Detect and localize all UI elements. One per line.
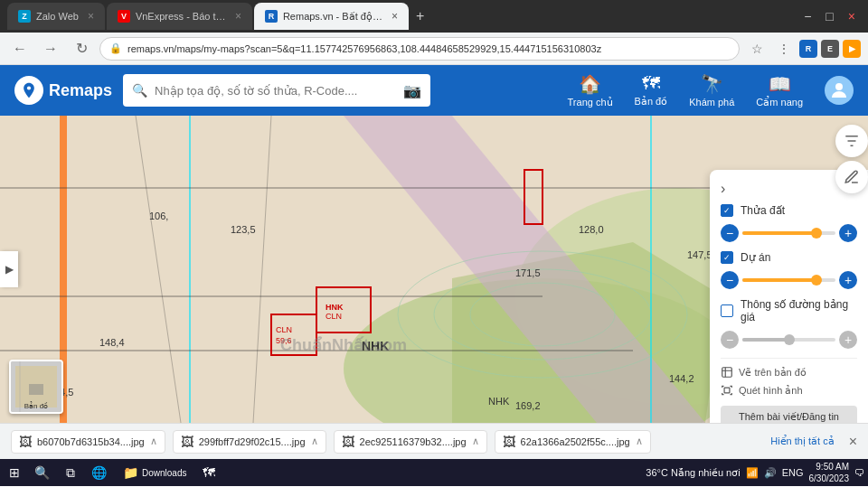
- filter-label-price: Thông số đường bảng giá: [741, 298, 857, 323]
- scan-image-label: Quét hình ảnh: [739, 385, 803, 397]
- slider-parcel-plus[interactable]: +: [839, 224, 857, 242]
- filter-toggle-button[interactable]: [835, 125, 868, 157]
- slider-price: − +: [721, 331, 857, 349]
- camera-icon[interactable]: 📷: [403, 82, 421, 99]
- taskbar-lang[interactable]: ENG: [782, 467, 804, 478]
- nav-home[interactable]: 🏠 Trang chủ: [568, 73, 613, 108]
- download-item-1[interactable]: 🖼 b6070b7d6315b34....jpg ∧: [11, 430, 165, 454]
- checkbox-project[interactable]: [721, 251, 733, 264]
- address-box[interactable]: 🔒 remaps.vn/maps/my-maps?scan=5&q=11.157…: [99, 37, 740, 61]
- browser-menu-button[interactable]: ⋮: [772, 37, 796, 61]
- taskbar-tray: 36°C Nắng nhiều nơi 📶 🔊 ENG 9:50 AM 6/30…: [646, 461, 864, 484]
- remaps-header: Remaps 🔍 📷 🏠 Trang chủ 🗺 Bản đồ 🔭 Khám p…: [0, 65, 868, 116]
- taskbar-edge[interactable]: 🌐: [84, 464, 114, 482]
- minimap-label: Bản đồ: [11, 402, 61, 410]
- slider-parcel: − +: [721, 224, 857, 242]
- dl-arrow-2: ∧: [311, 435, 318, 447]
- taskbar-notification-icon[interactable]: 🗨: [854, 467, 864, 478]
- edit-icon: [844, 169, 860, 185]
- svg-point-2: [835, 83, 843, 90]
- tab-favicon-vnexpress: V: [118, 10, 130, 23]
- slider-parcel-minus[interactable]: −: [721, 224, 739, 242]
- taskbar-volume-icon: 🔊: [764, 467, 777, 479]
- nav-explore[interactable]: 🔭 Khám phá: [689, 73, 734, 108]
- lock-icon: 🔒: [109, 42, 122, 54]
- taskbar-wifi-icon: 📶: [746, 467, 759, 479]
- reload-button[interactable]: ↻: [69, 36, 94, 61]
- download-bar: 🖼 b6070b7d6315b34....jpg ∧ 🖼 299fbff7d29…: [0, 423, 868, 459]
- svg-text:128,0: 128,0: [579, 224, 604, 235]
- close-download-bar-button[interactable]: ×: [849, 434, 857, 450]
- slider-project-thumb: [811, 275, 822, 286]
- file-icon-4: 🖼: [503, 435, 515, 449]
- tab-close-remaps[interactable]: ×: [392, 10, 398, 23]
- filter-icon: [844, 133, 860, 149]
- search-input[interactable]: [155, 84, 396, 98]
- filter-scan-image[interactable]: Quét hình ảnh: [721, 384, 857, 397]
- taskbar-remaps-app[interactable]: 🗺: [195, 464, 222, 482]
- minimap[interactable]: Bản đồ: [9, 360, 63, 414]
- avatar-icon: [828, 80, 850, 101]
- back-button[interactable]: ←: [7, 36, 33, 61]
- taskbar-search-icon: 🔍: [34, 465, 50, 480]
- search-box[interactable]: 🔍 📷: [123, 74, 430, 107]
- download-item-2[interactable]: 🖼 299fbff7d29f02c15....jpg ∧: [173, 430, 326, 454]
- svg-text:148,4: 148,4: [99, 337, 125, 348]
- dl-arrow-3: ∧: [472, 435, 479, 447]
- slider-project-track[interactable]: [742, 278, 835, 282]
- checkbox-price[interactable]: [721, 304, 733, 317]
- checkbox-parcel[interactable]: [721, 204, 733, 217]
- tab-vnexpress[interactable]: V VnExpress - Báo tiếng Việt nhi... ×: [107, 3, 252, 30]
- start-button[interactable]: ⊞: [4, 464, 25, 482]
- browser-window-controls: − □ ×: [798, 7, 861, 25]
- taskbar-explorer[interactable]: 📁 Downloads: [116, 464, 193, 482]
- nav-map[interactable]: 🗺 Bản đồ: [635, 73, 668, 108]
- svg-text:106,: 106,: [149, 211, 168, 221]
- remaps-logo-icon: [14, 76, 43, 105]
- tab-remaps[interactable]: R Remaps.vn - Bất động sản thật ×: [254, 3, 409, 30]
- remaps-extension-icon[interactable]: R: [799, 40, 817, 58]
- download-item-3[interactable]: 🖼 2ec925116379b32....jpg ∧: [334, 430, 487, 454]
- svg-text:CLN: CLN: [326, 312, 342, 321]
- tab-close-vnexpress[interactable]: ×: [235, 10, 241, 23]
- show-all-downloads-button[interactable]: Hiển thị tất cả: [770, 435, 834, 447]
- map-container: HNK CLN CLN 59,6 123,5 106, 04,5 128,0 1…: [0, 116, 868, 423]
- slider-project-plus[interactable]: +: [839, 271, 857, 289]
- close-button[interactable]: ×: [843, 7, 861, 25]
- nav-home-label: Trang chủ: [568, 97, 613, 108]
- remaps-logo: Remaps: [14, 76, 112, 105]
- svg-text:NHK: NHK: [488, 396, 510, 407]
- new-tab-button[interactable]: +: [410, 5, 429, 28]
- map-edit-button[interactable]: [835, 161, 868, 193]
- minimize-button[interactable]: −: [798, 7, 816, 25]
- download-item-4[interactable]: 🖼 62a1366a2502f55c....jpg ∧: [495, 430, 651, 454]
- add-post-button[interactable]: Thêm bài viết/Đăng tin: [721, 406, 857, 423]
- ext-icon-1[interactable]: E: [821, 40, 839, 58]
- restore-button[interactable]: □: [820, 7, 838, 25]
- downloads-label: Downloads: [142, 468, 186, 478]
- svg-text:169,2: 169,2: [515, 400, 541, 411]
- forward-button[interactable]: →: [38, 36, 63, 61]
- ext-icon-2[interactable]: ▶: [843, 40, 861, 58]
- draw-map-icon: [721, 366, 733, 379]
- tab-zalo[interactable]: Z Zalo Web ×: [7, 3, 105, 30]
- tab-close-zalo[interactable]: ×: [88, 10, 94, 23]
- filter-draw-map[interactable]: Vẽ trên bản đồ: [721, 366, 857, 379]
- slider-price-fill: [742, 338, 789, 342]
- taskbar-task-view[interactable]: ⧉: [59, 464, 82, 482]
- slider-price-plus: +: [839, 331, 857, 349]
- tab-label-remaps: Remaps.vn - Bất động sản thật: [283, 11, 382, 23]
- map-left-expand-button[interactable]: ▶: [0, 251, 18, 287]
- filter-row-project: Dự án: [721, 251, 857, 264]
- slider-parcel-track[interactable]: [742, 231, 835, 235]
- bookmark-button[interactable]: ☆: [745, 37, 769, 61]
- taskbar-search[interactable]: 🔍: [27, 464, 57, 482]
- dl-arrow-4: ∧: [636, 435, 643, 447]
- nav-guide[interactable]: 📖 Cẩm nang: [756, 73, 803, 108]
- filter-collapse-button[interactable]: ›: [721, 181, 725, 197]
- slider-project-minus[interactable]: −: [721, 271, 739, 289]
- guide-icon: 📖: [769, 73, 791, 95]
- taskbar-time[interactable]: 9:50 AM 6/30/2023: [809, 461, 850, 484]
- svg-text:171,5: 171,5: [515, 267, 541, 278]
- user-avatar[interactable]: [825, 76, 854, 105]
